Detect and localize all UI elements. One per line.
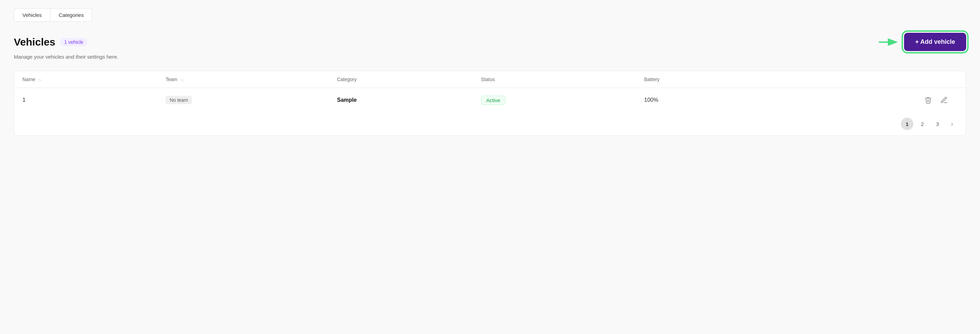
add-vehicle-button[interactable]: + Add vehicle xyxy=(904,33,966,51)
vehicles-table-container: Name ↑↓ Team ↑↓ Category Status Battery xyxy=(14,71,966,136)
page-header: Vehicles 1 vehicle + Add vehicle xyxy=(14,33,966,51)
vehicles-table: Name ↑↓ Team ↑↓ Category Status Battery xyxy=(14,71,966,112)
pagination: 1 2 3 › xyxy=(14,112,966,136)
tab-vehicles[interactable]: Vehicles xyxy=(14,8,50,22)
cell-status: Active xyxy=(473,88,636,112)
col-category: Category xyxy=(329,71,473,88)
col-name[interactable]: Name ↑↓ xyxy=(14,71,157,88)
status-badge: Active xyxy=(481,96,506,105)
col-battery: Battery xyxy=(636,71,763,88)
edit-button[interactable] xyxy=(939,95,949,105)
cell-category: Sample xyxy=(329,88,473,112)
cell-battery: 100% xyxy=(636,88,763,112)
add-vehicle-wrapper: + Add vehicle xyxy=(878,33,966,51)
tab-categories[interactable]: Categories xyxy=(50,8,92,22)
cell-name: 1 xyxy=(14,88,157,112)
page-subtitle: Manage your vehicles and their settings … xyxy=(14,54,966,60)
page-2-button[interactable]: 2 xyxy=(916,118,929,130)
arrow-indicator xyxy=(878,35,899,49)
tabs-bar: Vehicles Categories xyxy=(14,8,966,22)
vehicle-count-badge: 1 vehicle xyxy=(60,38,88,46)
header-left: Vehicles 1 vehicle xyxy=(14,36,88,48)
cell-actions xyxy=(763,88,966,112)
col-status: Status xyxy=(473,71,636,88)
sort-team-icon: ↑↓ xyxy=(180,78,184,82)
pagination-next-button[interactable]: › xyxy=(947,118,958,130)
actions-cell xyxy=(771,95,958,105)
col-actions xyxy=(763,71,966,88)
table-row: 1 No team Sample Active 100% xyxy=(14,88,966,112)
page-1-button[interactable]: 1 xyxy=(901,118,913,130)
table-header-row: Name ↑↓ Team ↑↓ Category Status Battery xyxy=(14,71,966,88)
no-team-badge: No team xyxy=(165,96,192,104)
col-team[interactable]: Team ↑↓ xyxy=(157,71,329,88)
page-title: Vehicles xyxy=(14,36,55,48)
cell-team: No team xyxy=(157,88,329,112)
sort-name-icon: ↑↓ xyxy=(38,78,42,82)
delete-button[interactable] xyxy=(923,95,933,105)
page-3-button[interactable]: 3 xyxy=(931,118,944,130)
